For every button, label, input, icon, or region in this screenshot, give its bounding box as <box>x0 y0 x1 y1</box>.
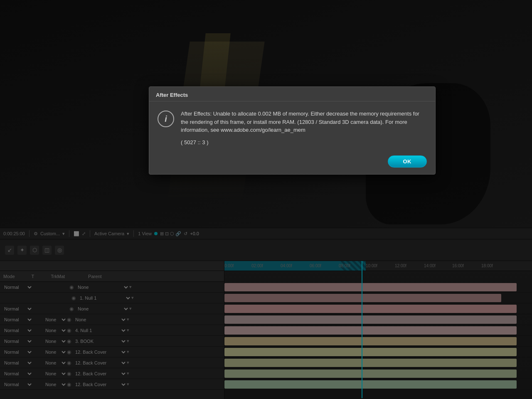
info-icon: i <box>158 111 174 127</box>
error-code: ( 5027 :: 3 ) <box>181 139 427 145</box>
dialog-content: i After Effects: Unable to allocate 0.00… <box>149 101 435 152</box>
error-dialog: After Effects i After Effects: Unable to… <box>149 86 436 175</box>
dialog-title: After Effects <box>156 92 188 98</box>
dialog-overlay <box>0 0 532 399</box>
dialog-titlebar: After Effects <box>149 87 435 101</box>
dialog-message: After Effects: Unable to allocate 0.002 … <box>181 110 427 134</box>
ok-button[interactable]: OK <box>388 155 427 167</box>
dialog-footer: OK <box>149 152 435 174</box>
